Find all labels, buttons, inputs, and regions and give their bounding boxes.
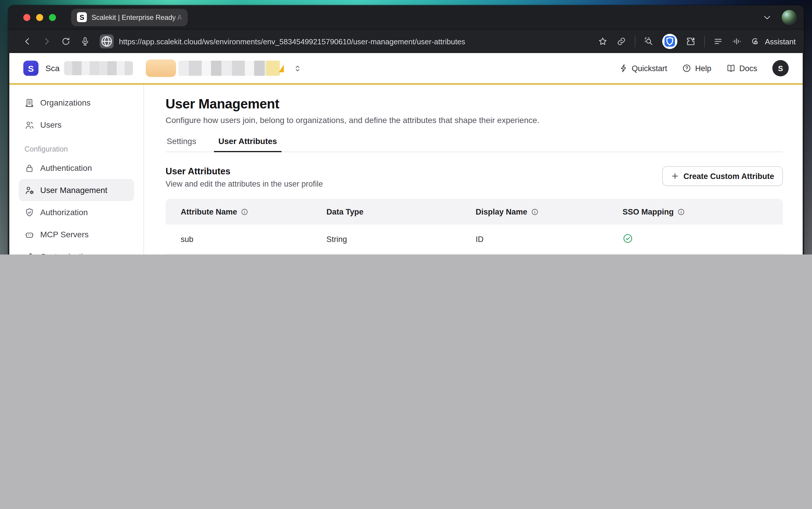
url-text: https://app.scalekit.cloud/ws/environmen… [119,37,465,46]
scalekit-logo: S [23,61,38,76]
help-circle-icon [682,64,692,73]
column-header-display-name: Display Name [476,207,623,216]
sidebar-item-label: Customization [40,252,92,254]
bitwarden-extension-icon[interactable] [663,34,678,49]
scalekit-app: S Sca Quickstart Help [9,53,803,254]
user-cog-icon [25,185,34,195]
address-bar[interactable]: https://app.scalekit.cloud/ws/environmen… [100,34,591,48]
bookmark-star-icon[interactable] [598,36,608,47]
lock-icon [25,163,34,173]
sidebar-item-organizations[interactable]: Organizations [19,92,134,114]
toolbar-divider [704,36,705,47]
building-icon [25,98,34,108]
bot-icon [25,230,34,239]
tab-settings[interactable]: Settings [166,136,197,152]
sidebar-section-label-configuration: Configuration [25,145,128,154]
microphone-icon[interactable] [80,36,90,47]
sidebar-item-mcp-servers[interactable]: MCP Servers [19,223,134,245]
reload-button[interactable] [61,36,71,47]
book-icon [726,64,736,73]
browser-window: S Scalekit | Enterprise Ready A https://… [8,5,804,254]
column-header-data-type: Data Type [326,207,476,216]
sidebar-item-authorization[interactable]: Authorization [19,201,134,223]
attribute-name-cell: sub [181,235,326,243]
tab-list-chevron-icon[interactable] [762,12,772,23]
zap-icon [619,64,628,73]
sidebar-item-label: Users [40,120,62,129]
table-header-row: Attribute NameData TypeDisplay NameSSO M… [166,199,783,225]
window-controls [23,14,56,21]
chevrons-up-down-icon [293,64,302,73]
info-icon[interactable] [677,208,685,215]
close-window-button[interactable] [23,14,30,21]
help-button[interactable]: Help [682,64,711,73]
page-title: User Management [166,96,783,112]
browser-profile-avatar[interactable] [782,10,797,25]
quickstart-label: Quickstart [632,64,667,73]
sidebar-item-users[interactable]: Users [19,114,134,136]
sidebar-item-label: User Management [40,185,107,195]
sidebar-item-label: MCP Servers [40,230,89,239]
users-icon [25,120,34,130]
forward-button[interactable] [41,36,52,47]
column-header-sso-mapping: SSO Mapping [623,207,756,216]
site-globe-icon [100,34,114,48]
sso-mapped-check-icon [623,233,633,243]
browser-tab[interactable]: S Scalekit | Enterprise Ready A [71,8,188,26]
display-name-cell: ID [476,235,623,243]
sidebar-item-customization[interactable]: Customization [19,245,134,254]
redacted-environment-badge [146,60,284,77]
section-subtitle: View and edit the attributes in the user… [166,179,323,188]
tab-user-attributes[interactable]: User Attributes [217,136,278,152]
scalekit-favicon: S [77,12,87,22]
sidebar-item-label: Organizations [40,98,91,107]
zoom-window-button[interactable] [49,14,56,21]
browser-toolbar: https://app.scalekit.cloud/ws/environmen… [8,29,804,53]
sidebar-item-label: Authorization [40,208,88,217]
redacted-workspace-name [64,61,133,75]
extensions-puzzle-icon[interactable] [686,36,696,47]
warning-triangle-icon [279,64,284,72]
create-custom-attribute-button[interactable]: Create Custom Attribute [663,166,783,186]
sidebar-item-label: Authentication [40,163,92,173]
app-header: S Sca Quickstart Help [9,53,803,84]
assistant-button[interactable]: Assistant [750,36,796,47]
user-attributes-table: Attribute NameData TypeDisplay NameSSO M… [166,199,783,254]
brush-icon [25,251,34,254]
browser-tab-strip: S Scalekit | Enterprise Ready A [8,5,804,29]
sidebar: OrganizationsUsersConfigurationAuthentic… [9,84,144,254]
shield-check-icon [25,207,34,217]
assistant-icon [750,36,761,47]
data-type-cell: String [326,235,476,243]
quickstart-button[interactable]: Quickstart [619,64,667,73]
copy-link-icon[interactable] [616,36,627,47]
docs-button[interactable]: Docs [726,64,757,73]
sidebar-item-user-management[interactable]: User Management [19,179,134,201]
back-button[interactable] [22,36,33,47]
reader-menu-icon[interactable] [713,36,724,47]
user-avatar[interactable]: S [772,60,789,76]
docs-label: Docs [739,64,757,73]
section-title: User Attributes [166,166,323,177]
sso-mapping-cell [623,233,756,245]
tab-title: Scalekit | Enterprise Ready A [92,13,182,21]
info-icon[interactable] [531,208,538,215]
sidebar-item-authentication[interactable]: Authentication [19,157,134,179]
assistant-label: Assistant [765,37,796,46]
toolbar-divider [635,36,636,47]
table-row: sub String ID [166,225,783,254]
column-header-attribute-name: Attribute Name [181,207,326,216]
minimize-window-button[interactable] [36,14,43,21]
page-subtitle: Configure how users join, belong to orga… [166,115,783,125]
tab-bar: SettingsUser Attributes [166,136,783,152]
info-icon[interactable] [241,208,248,215]
page-zoom-icon[interactable] [644,36,654,47]
table-row: email String Email Address [166,254,783,254]
workspace-name: Sca [45,64,60,73]
plus-icon [671,172,679,180]
voice-wave-icon[interactable] [732,36,742,47]
help-label: Help [695,64,711,73]
workspace-environment-switcher[interactable]: Sca [45,60,302,77]
desktop-wallpaper: S Scalekit | Enterprise Ready A https://… [0,0,812,254]
main-content: User Management Configure how users join… [144,84,803,254]
